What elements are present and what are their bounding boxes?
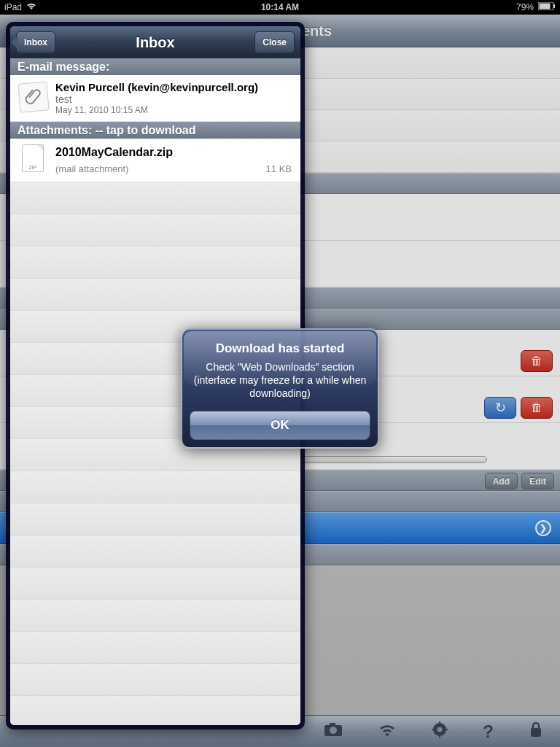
alert-dialog: Download has started Check "Web Download… <box>181 328 379 449</box>
email-date: May 11, 2010 10:15 AM <box>55 105 293 115</box>
empty-list <box>10 182 300 725</box>
alert-title: Download has started <box>190 341 370 356</box>
svg-rect-1 <box>553 4 555 8</box>
attachment-size: 11 KB <box>266 163 292 174</box>
attachment-sub: (mail attachment) <box>55 163 293 174</box>
close-button[interactable]: Close <box>254 31 295 53</box>
email-from: Kevin Purcell (kevin@kevinpurcell.org) <box>55 81 293 93</box>
email-subject: test <box>55 93 293 105</box>
popover-header: Inbox Inbox Close <box>10 26 300 58</box>
attachment-row[interactable]: 2010MayCalendar.zip (mail attachment) 11… <box>10 139 300 182</box>
svg-rect-2 <box>540 4 551 9</box>
battery-percent: 79% <box>516 2 534 12</box>
status-bar: iPad 10:14 AM 79% <box>0 0 560 15</box>
popover-title: Inbox <box>136 34 174 51</box>
zip-file-icon <box>22 144 44 172</box>
clock: 10:14 AM <box>261 2 299 12</box>
back-button[interactable]: Inbox <box>16 31 55 53</box>
ok-button[interactable]: OK <box>190 411 370 440</box>
email-message-row[interactable]: Kevin Purcell (kevin@kevinpurcell.org) t… <box>10 75 300 122</box>
carrier-label: iPad <box>4 2 22 12</box>
section-email-message: E-mail message: <box>10 58 300 75</box>
attachment-name: 2010MayCalendar.zip <box>55 146 293 159</box>
battery-icon <box>538 2 556 12</box>
paperclip-icon <box>18 81 49 112</box>
alert-message: Check "Web Downloads" section (interface… <box>190 360 370 400</box>
section-attachments: Attachments: -- tap to download <box>10 122 300 139</box>
wifi-icon <box>26 2 36 12</box>
